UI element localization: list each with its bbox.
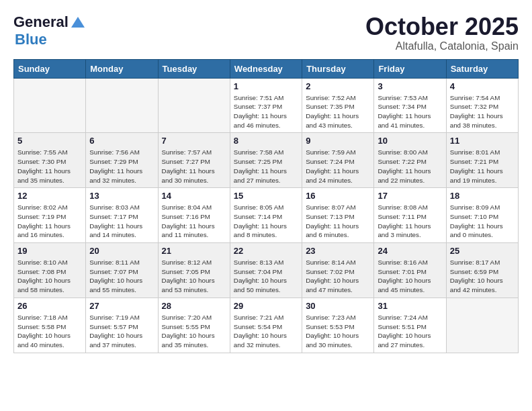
day-info: Sunrise: 8:12 AM Sunset: 7:05 PM Dayligh… [162, 258, 226, 295]
day-number: 1 [234, 81, 298, 91]
table-row: 21Sunrise: 8:12 AM Sunset: 7:05 PM Dayli… [158, 243, 230, 298]
col-saturday: Saturday [446, 59, 518, 78]
day-info: Sunrise: 8:14 AM Sunset: 7:02 PM Dayligh… [306, 258, 370, 295]
table-row: 12Sunrise: 8:02 AM Sunset: 7:19 PM Dayli… [14, 188, 86, 243]
day-number: 30 [306, 301, 370, 311]
day-info: Sunrise: 7:56 AM Sunset: 7:29 PM Dayligh… [89, 148, 154, 185]
day-number: 15 [234, 191, 298, 201]
calendar-week-row: 5Sunrise: 7:55 AM Sunset: 7:30 PM Daylig… [14, 133, 519, 188]
day-info: Sunrise: 7:57 AM Sunset: 7:27 PM Dayligh… [162, 148, 226, 185]
day-number: 25 [450, 246, 515, 256]
col-thursday: Thursday [302, 59, 374, 78]
table-row: 14Sunrise: 8:04 AM Sunset: 7:16 PM Dayli… [158, 188, 230, 243]
col-wednesday: Wednesday [230, 59, 302, 78]
col-friday: Friday [374, 59, 446, 78]
day-number: 6 [89, 136, 154, 146]
month-title: October 2025 [365, 13, 519, 40]
day-number: 21 [162, 246, 226, 256]
day-info: Sunrise: 8:03 AM Sunset: 7:17 PM Dayligh… [89, 203, 154, 240]
day-info: Sunrise: 8:07 AM Sunset: 7:13 PM Dayligh… [306, 203, 370, 240]
day-info: Sunrise: 7:52 AM Sunset: 7:35 PM Dayligh… [306, 93, 370, 130]
table-row: 2Sunrise: 7:52 AM Sunset: 7:35 PM Daylig… [302, 78, 374, 133]
day-number: 27 [89, 301, 154, 311]
table-row: 31Sunrise: 7:24 AM Sunset: 5:51 PM Dayli… [374, 298, 446, 353]
day-info: Sunrise: 8:09 AM Sunset: 7:10 PM Dayligh… [450, 203, 515, 240]
calendar-week-row: 12Sunrise: 8:02 AM Sunset: 7:19 PM Dayli… [14, 188, 519, 243]
day-number: 31 [378, 301, 442, 311]
day-number: 26 [17, 301, 82, 311]
table-row: 15Sunrise: 8:05 AM Sunset: 7:14 PM Dayli… [230, 188, 302, 243]
table-row: 23Sunrise: 8:14 AM Sunset: 7:02 PM Dayli… [302, 243, 374, 298]
table-row: 17Sunrise: 8:08 AM Sunset: 7:11 PM Dayli… [374, 188, 446, 243]
title-block: October 2025 Altafulla, Catalonia, Spain [365, 13, 519, 52]
day-info: Sunrise: 7:59 AM Sunset: 7:24 PM Dayligh… [306, 148, 370, 185]
day-info: Sunrise: 8:11 AM Sunset: 7:07 PM Dayligh… [89, 258, 154, 295]
day-number: 23 [306, 246, 370, 256]
day-info: Sunrise: 7:53 AM Sunset: 7:34 PM Dayligh… [378, 93, 442, 130]
table-row: 8Sunrise: 7:58 AM Sunset: 7:25 PM Daylig… [230, 133, 302, 188]
day-info: Sunrise: 7:19 AM Sunset: 5:57 PM Dayligh… [89, 313, 154, 350]
day-info: Sunrise: 8:08 AM Sunset: 7:11 PM Dayligh… [378, 203, 442, 240]
day-number: 16 [306, 191, 370, 201]
day-number: 9 [306, 136, 370, 146]
table-row: 6Sunrise: 7:56 AM Sunset: 7:29 PM Daylig… [86, 133, 158, 188]
day-info: Sunrise: 7:55 AM Sunset: 7:30 PM Dayligh… [17, 148, 82, 185]
day-info: Sunrise: 8:16 AM Sunset: 7:01 PM Dayligh… [378, 258, 442, 295]
table-row: 11Sunrise: 8:01 AM Sunset: 7:21 PM Dayli… [446, 133, 518, 188]
calendar-header-row: Sunday Monday Tuesday Wednesday Thursday… [14, 59, 519, 78]
day-number: 17 [378, 191, 442, 201]
day-number: 22 [234, 246, 298, 256]
table-row: 19Sunrise: 8:10 AM Sunset: 7:08 PM Dayli… [14, 243, 86, 298]
logo-arrow-icon [71, 17, 85, 28]
logo-text: General [13, 13, 69, 31]
table-row: 24Sunrise: 8:16 AM Sunset: 7:01 PM Dayli… [374, 243, 446, 298]
table-row: 4Sunrise: 7:54 AM Sunset: 7:32 PM Daylig… [446, 78, 518, 133]
table-row: 16Sunrise: 8:07 AM Sunset: 7:13 PM Dayli… [302, 188, 374, 243]
day-info: Sunrise: 8:17 AM Sunset: 6:59 PM Dayligh… [450, 258, 515, 295]
day-number: 7 [162, 136, 226, 146]
day-number: 18 [450, 191, 515, 201]
table-row: 20Sunrise: 8:11 AM Sunset: 7:07 PM Dayli… [86, 243, 158, 298]
table-row [158, 78, 230, 133]
table-row [14, 78, 86, 133]
table-row: 30Sunrise: 7:23 AM Sunset: 5:53 PM Dayli… [302, 298, 374, 353]
day-number: 3 [378, 81, 442, 91]
day-number: 28 [162, 301, 226, 311]
day-number: 13 [89, 191, 154, 201]
day-number: 12 [17, 191, 82, 201]
calendar-table: Sunday Monday Tuesday Wednesday Thursday… [13, 59, 519, 353]
day-info: Sunrise: 8:02 AM Sunset: 7:19 PM Dayligh… [17, 203, 82, 240]
logo: General Blue [13, 13, 85, 48]
day-info: Sunrise: 8:10 AM Sunset: 7:08 PM Dayligh… [17, 258, 82, 295]
table-row: 5Sunrise: 7:55 AM Sunset: 7:30 PM Daylig… [14, 133, 86, 188]
table-row: 22Sunrise: 8:13 AM Sunset: 7:04 PM Dayli… [230, 243, 302, 298]
table-row: 10Sunrise: 8:00 AM Sunset: 7:22 PM Dayli… [374, 133, 446, 188]
table-row [446, 298, 518, 353]
day-info: Sunrise: 8:05 AM Sunset: 7:14 PM Dayligh… [234, 203, 298, 240]
day-number: 11 [450, 136, 515, 146]
day-number: 24 [378, 246, 442, 256]
page-header: General Blue October 2025 Altafulla, Cat… [13, 13, 519, 52]
day-info: Sunrise: 7:51 AM Sunset: 7:37 PM Dayligh… [234, 93, 298, 130]
day-number: 19 [17, 246, 82, 256]
day-number: 4 [450, 81, 515, 91]
day-number: 29 [234, 301, 298, 311]
col-monday: Monday [86, 59, 158, 78]
calendar-week-row: 26Sunrise: 7:18 AM Sunset: 5:58 PM Dayli… [14, 298, 519, 353]
day-info: Sunrise: 7:21 AM Sunset: 5:54 PM Dayligh… [234, 313, 298, 350]
day-info: Sunrise: 7:18 AM Sunset: 5:58 PM Dayligh… [17, 313, 82, 350]
table-row: 13Sunrise: 8:03 AM Sunset: 7:17 PM Dayli… [86, 188, 158, 243]
col-sunday: Sunday [14, 59, 86, 78]
table-row: 7Sunrise: 7:57 AM Sunset: 7:27 PM Daylig… [158, 133, 230, 188]
table-row: 29Sunrise: 7:21 AM Sunset: 5:54 PM Dayli… [230, 298, 302, 353]
day-number: 5 [17, 136, 82, 146]
day-info: Sunrise: 8:01 AM Sunset: 7:21 PM Dayligh… [450, 148, 515, 185]
day-info: Sunrise: 7:23 AM Sunset: 5:53 PM Dayligh… [306, 313, 370, 350]
col-tuesday: Tuesday [158, 59, 230, 78]
day-info: Sunrise: 7:54 AM Sunset: 7:32 PM Dayligh… [450, 93, 515, 130]
location: Altafulla, Catalonia, Spain [365, 40, 519, 52]
logo-blue-text: Blue [15, 31, 47, 48]
day-info: Sunrise: 8:04 AM Sunset: 7:16 PM Dayligh… [162, 203, 226, 240]
table-row: 27Sunrise: 7:19 AM Sunset: 5:57 PM Dayli… [86, 298, 158, 353]
day-info: Sunrise: 7:20 AM Sunset: 5:55 PM Dayligh… [162, 313, 226, 350]
